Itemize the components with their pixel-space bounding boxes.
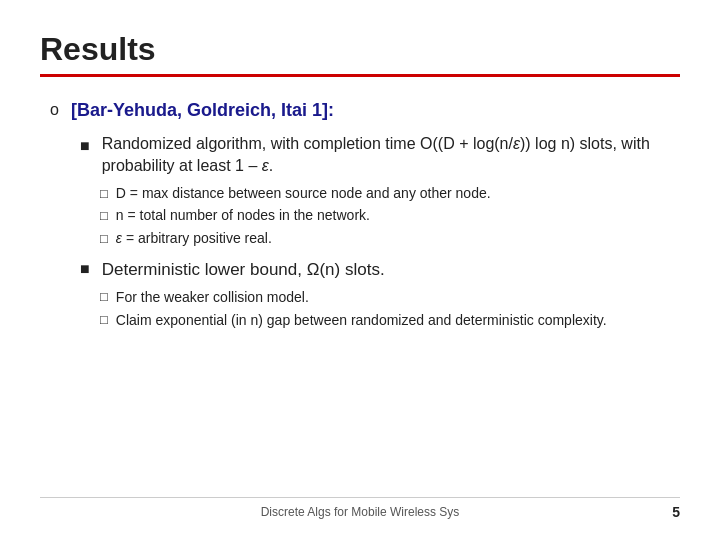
sub-bullet-weaker: □ For the weaker collision model.: [100, 288, 680, 308]
title-section: Results: [40, 30, 680, 91]
footer-center-text: Discrete Algs for Mobile Wireless Sys: [261, 505, 460, 519]
first-sub-text: Randomized algorithm, with completion ti…: [102, 133, 680, 178]
slide: Results o [Bar-Yehuda, Goldreich, Itai 1…: [0, 0, 720, 540]
sub-bullet-text-2: n = total number of nodes in the network…: [116, 206, 370, 226]
second-sub-bullets: □ For the weaker collision model. □ Clai…: [80, 288, 680, 330]
sub-bullet-text-3: ε = arbitrary positive real.: [116, 229, 272, 249]
sub-bullet-marker-1: □: [100, 185, 108, 203]
slide-title: Results: [40, 30, 680, 68]
sub-bullet-n: □ n = total number of nodes in the netwo…: [100, 206, 680, 226]
first-sub-bullet: ■ Randomized algorithm, with completion …: [80, 133, 680, 178]
title-underline: [40, 74, 680, 77]
sub-bullet-text-5: Claim exponential (in n) gap between ran…: [116, 311, 607, 331]
footer: Discrete Algs for Mobile Wireless Sys 5: [40, 497, 680, 520]
sub-bullet-epsilon: □ ε = arbitrary positive real.: [100, 229, 680, 249]
sub-bullet-marker-2: □: [100, 207, 108, 225]
second-sub-marker: ■: [80, 260, 90, 278]
footer-page-number: 5: [640, 504, 680, 520]
second-sub-text: Deterministic lower bound, Ω(n) slots.: [102, 258, 385, 282]
level1-bullet: o [Bar-Yehuda, Goldreich, Itai 1]:: [50, 99, 680, 122]
slide-content: o [Bar-Yehuda, Goldreich, Itai 1]: ■ Ran…: [40, 99, 680, 497]
sub-bullet-marker-5: □: [100, 312, 108, 327]
sub-bullet-text-4: For the weaker collision model.: [116, 288, 309, 308]
sub-bullet-claim: □ Claim exponential (in n) gap between r…: [100, 311, 680, 331]
level1-text: [Bar-Yehuda, Goldreich, Itai 1]:: [71, 99, 334, 122]
sub-bullet-d: □ D = max distance between source node a…: [100, 184, 680, 204]
second-sub-bullet: ■ Deterministic lower bound, Ω(n) slots.: [80, 258, 680, 282]
sub-bullet-marker-3: □: [100, 230, 108, 248]
sub-bullet-text-1: D = max distance between source node and…: [116, 184, 491, 204]
sub-content: ■ Randomized algorithm, with completion …: [50, 133, 680, 331]
sub-bullet-marker-4: □: [100, 289, 108, 304]
first-bullet-block: ■ Randomized algorithm, with completion …: [80, 133, 680, 249]
first-sub-bullets: □ D = max distance between source node a…: [80, 184, 680, 249]
level1-marker: o: [50, 101, 59, 119]
first-sub-marker: ■: [80, 135, 90, 157]
